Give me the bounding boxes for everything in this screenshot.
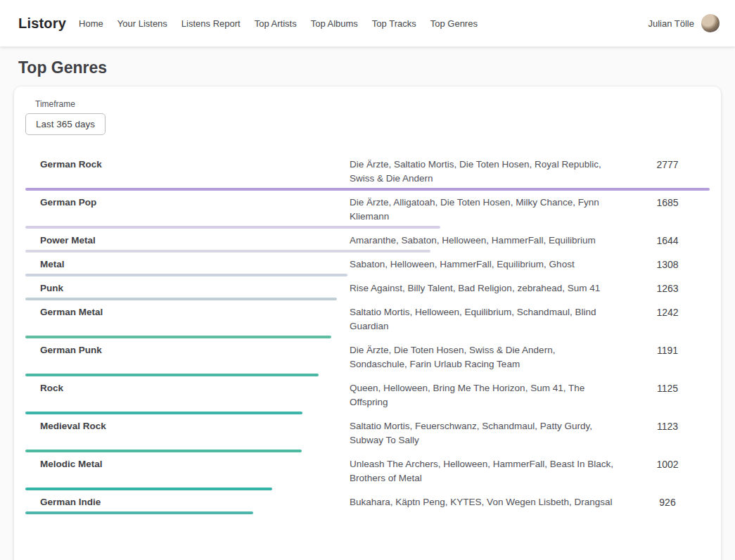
genre-artists: Bukahara, Käptn Peng, KYTES, Von Wegen L… [350,495,614,509]
genre-artists: Saltatio Mortis, Helloween, Equilibrium,… [350,305,614,333]
genre-artists: Die Ärzte, Alligatoah, Die Toten Hosen, … [350,196,614,224]
genre-count: 1242 [625,305,710,318]
genre-row: RockQueen, Helloween, Bring Me The Horiz… [25,381,710,414]
timeframe-select[interactable]: Last 365 days [25,113,106,135]
genre-count: 1125 [625,381,710,394]
genre-name: Power Metal [25,234,338,248]
genre-progress-bar [25,511,710,514]
genre-name: German Punk [25,343,338,371]
genre-progress-bar [25,188,710,191]
genre-count: 926 [625,495,710,508]
nav-item-top-artists[interactable]: Top Artists [255,18,297,29]
genre-count: 1002 [625,457,710,470]
genres-table: German RockDie Ärzte, Saltatio Mortis, D… [25,158,710,514]
genre-progress-bar [25,336,710,338]
genre-progress-bar [25,274,710,276]
genre-name: Metal [25,257,338,272]
genre-name: German Rock [25,158,338,186]
genre-row: Melodic MetalUnleash The Archers, Hellow… [25,457,710,490]
genre-artists: Die Ärzte, Saltatio Mortis, Die Toten Ho… [350,158,614,186]
genre-artists: Die Ärzte, Die Toten Hosen, Swiss & Die … [350,343,614,371]
genre-count: 1644 [625,234,710,246]
genre-name: German Metal [25,305,338,333]
genre-row: Medieval RockSaltatio Mortis, Feuerschwa… [25,419,710,452]
app-logo[interactable]: Listory [18,15,66,32]
nav-item-top-albums[interactable]: Top Albums [311,18,358,29]
genre-progress-bar [25,298,710,300]
genre-name: Rock [25,381,338,409]
user-menu[interactable]: Julian Tölle [648,14,720,32]
genre-name: Medieval Rock [25,419,338,447]
genre-artists: Unleash The Archers, Helloween, HammerFa… [350,457,614,485]
user-avatar[interactable] [701,14,720,32]
page-content: Top Genres Timeframe Last 365 days Germa… [0,58,735,560]
genre-count: 1685 [625,196,710,208]
nav-item-home[interactable]: Home [79,18,103,29]
genre-row: MetalSabaton, Helloween, HammerFall, Equ… [25,257,710,276]
genre-progress-bar [25,226,710,229]
timeframe-label: Timeframe [35,99,710,109]
genre-row: German IndieBukahara, Käptn Peng, KYTES,… [25,495,710,514]
genre-name: German Pop [25,196,338,224]
genre-count: 1263 [625,281,710,294]
top-nav-bar: Listory HomeYour ListensListens ReportTo… [0,0,735,46]
nav-item-top-tracks[interactable]: Top Tracks [372,18,416,29]
user-name: Julian Tölle [648,18,694,29]
nav-item-your-listens[interactable]: Your Listens [117,18,167,29]
genre-artists: Queen, Helloween, Bring Me The Horizon, … [350,381,614,409]
top-genres-card: Timeframe Last 365 days German RockDie Ä… [14,87,721,560]
genre-progress-bar [25,374,710,376]
genre-row: German PunkDie Ärzte, Die Toten Hosen, S… [25,343,710,376]
genre-row: German RockDie Ärzte, Saltatio Mortis, D… [25,158,710,191]
genre-progress-bar [25,250,710,253]
nav-item-top-genres[interactable]: Top Genres [430,18,478,29]
genre-name: German Indie [25,495,338,509]
main-nav: HomeYour ListensListens ReportTop Artist… [79,18,648,29]
genre-name: Punk [25,281,338,295]
nav-item-listens-report[interactable]: Listens Report [181,18,241,29]
genre-progress-bar [25,412,710,414]
genre-artists: Rise Against, Billy Talent, Bad Religion… [350,281,614,295]
genre-row: German PopDie Ärzte, Alligatoah, Die Tot… [25,196,710,229]
genre-progress-bar [25,450,710,452]
page-title: Top Genres [18,58,721,77]
genre-artists: Saltatio Mortis, Feuerschwanz, Schandmau… [350,419,614,447]
genre-count: 1308 [625,257,710,270]
genre-count: 1191 [625,343,710,356]
genre-row: Power MetalAmaranthe, Sabaton, Helloween… [25,234,710,253]
genre-artists: Amaranthe, Sabaton, Helloween, HammerFal… [350,234,614,248]
genre-count: 2777 [625,158,710,170]
genre-row: German MetalSaltatio Mortis, Helloween, … [25,305,710,338]
genre-artists: Sabaton, Helloween, HammerFall, Equilibr… [350,257,614,272]
genre-progress-bar [25,488,710,490]
genre-name: Melodic Metal [25,457,338,485]
genre-row: PunkRise Against, Billy Talent, Bad Reli… [25,281,710,300]
genre-count: 1123 [625,419,710,432]
